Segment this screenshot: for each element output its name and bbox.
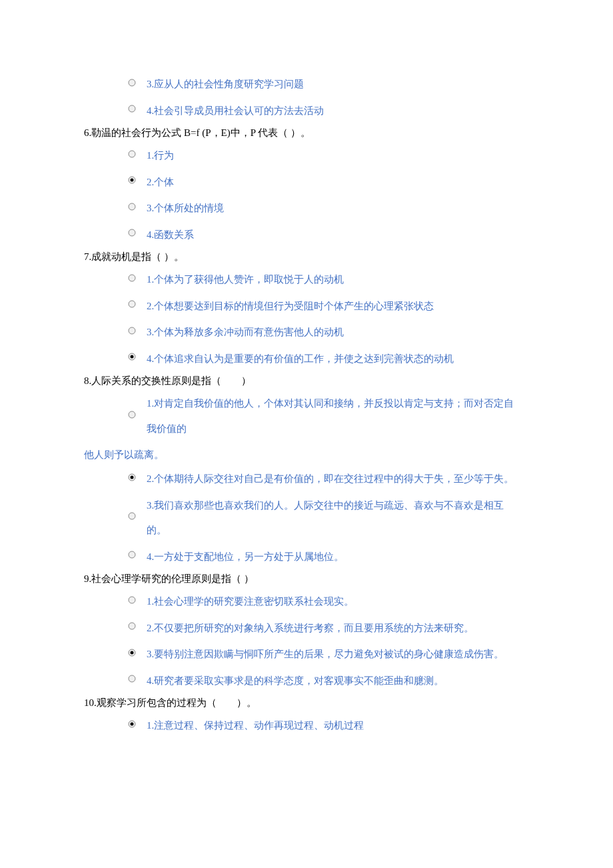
radio-unchecked-icon[interactable] bbox=[128, 300, 136, 308]
svg-point-5 bbox=[129, 203, 135, 210]
option-label: 1.行为 bbox=[147, 143, 174, 169]
radio-checked-icon[interactable] bbox=[128, 473, 136, 481]
svg-point-9 bbox=[129, 327, 135, 334]
option-row[interactable]: 3.我们喜欢那些也喜欢我们的人。人际交往中的接近与疏远、喜欢与不喜欢是相互的。 bbox=[84, 493, 523, 543]
option-label: 2.个体期待人际交往对自己是有价值的，即在交往过程中的得大于失，至少等于失。 bbox=[147, 467, 514, 492]
question-stem: 6.勒温的社会行为公式 B=f (P，E)中，P 代表（ ）。 bbox=[84, 125, 523, 141]
radio-checked-icon[interactable] bbox=[128, 649, 136, 657]
svg-point-12 bbox=[129, 411, 135, 418]
option-label: 3.我们喜欢那些也喜欢我们的人。人际交往中的接近与疏远、喜欢与不喜欢是相互的。 bbox=[147, 493, 523, 543]
option-label: 4.研究者要采取实事求是的科学态度，对客观事实不能歪曲和臆测。 bbox=[147, 669, 444, 694]
svg-point-2 bbox=[129, 151, 135, 157]
option-label: 2.个体 bbox=[147, 170, 174, 195]
option-row[interactable]: 4.个体追求自认为是重要的有价值的工作，并使之达到完善状态的动机 bbox=[84, 347, 523, 372]
option-row[interactable]: 3.个体为释放多余冲动而有意伤害他人的动机 bbox=[84, 320, 523, 345]
option-row[interactable]: 3.要特别注意因欺瞒与恫吓所产生的后果，尽力避免对被试的身心健康造成伤害。 bbox=[84, 642, 523, 667]
option-row[interactable]: 1.对肯定自我价值的他人，个体对其认同和接纳，并反投以肯定与支持；而对否定自我价… bbox=[84, 391, 523, 441]
radio-unchecked-icon[interactable] bbox=[128, 327, 136, 335]
radio-unchecked-icon[interactable] bbox=[128, 596, 136, 604]
radio-checked-icon[interactable] bbox=[128, 176, 136, 184]
radio-checked-icon[interactable] bbox=[128, 720, 136, 728]
radio-unchecked-icon[interactable] bbox=[128, 551, 136, 559]
radio-unchecked-icon[interactable] bbox=[128, 622, 136, 630]
radio-unchecked-icon[interactable] bbox=[128, 79, 136, 87]
svg-point-17 bbox=[129, 597, 135, 603]
option-row[interactable]: 4.研究者要采取实事求是的科学态度，对客观事实不能歪曲和臆测。 bbox=[84, 669, 523, 694]
radio-unchecked-icon[interactable] bbox=[128, 675, 136, 683]
option-label: 1.社会心理学的研究要注意密切联系社会现实。 bbox=[147, 589, 354, 615]
radio-unchecked-icon[interactable] bbox=[128, 105, 136, 113]
radio-unchecked-icon[interactable] bbox=[128, 411, 136, 419]
option-label: 4.一方处于支配地位，另一方处于从属地位。 bbox=[147, 545, 344, 570]
option-row[interactable]: 4.社会引导成员用社会认可的方法去活动 bbox=[84, 99, 523, 124]
svg-point-0 bbox=[129, 79, 135, 86]
svg-point-21 bbox=[129, 675, 135, 682]
svg-point-20 bbox=[131, 651, 134, 654]
option-row[interactable]: 3.应从人的社会性角度研究学习问题 bbox=[84, 72, 523, 97]
option-row[interactable]: 2.个体期待人际交往对自己是有价值的，即在交往过程中的得大于失，至少等于失。 bbox=[84, 467, 523, 492]
radio-unchecked-icon[interactable] bbox=[128, 512, 136, 520]
question-stem: 7.成就动机是指（ ）。 bbox=[84, 249, 523, 265]
option-row[interactable]: 1.注意过程、保持过程、动作再现过程、动机过程 bbox=[84, 713, 523, 739]
svg-point-7 bbox=[129, 275, 135, 281]
option-label-wrap: 他人则予以疏离。 bbox=[84, 443, 523, 467]
svg-point-11 bbox=[131, 355, 134, 359]
svg-point-15 bbox=[129, 513, 135, 519]
svg-point-4 bbox=[131, 179, 134, 182]
quiz-page: 3.应从人的社会性角度研究学习问题 4.社会引导成员用社会认可的方法去活动 6.… bbox=[0, 0, 613, 793]
option-label: 1.对肯定自我价值的他人，个体对其认同和接纳，并反投以肯定与支持；而对否定自我价… bbox=[147, 391, 523, 441]
radio-unchecked-icon[interactable] bbox=[128, 150, 136, 158]
svg-point-23 bbox=[131, 722, 134, 725]
option-row[interactable]: 1.个体为了获得他人赞许，即取悦于人的动机 bbox=[84, 267, 523, 293]
option-row[interactable]: 4.函数关系 bbox=[84, 223, 523, 248]
option-label: 4.社会引导成员用社会认可的方法去活动 bbox=[147, 99, 324, 124]
option-label: 3.个体为释放多余冲动而有意伤害他人的动机 bbox=[147, 320, 344, 345]
option-label: 4.个体追求自认为是重要的有价值的工作，并使之达到完善状态的动机 bbox=[147, 347, 454, 372]
radio-unchecked-icon[interactable] bbox=[128, 229, 136, 237]
svg-point-1 bbox=[129, 105, 135, 112]
option-label: 4.函数关系 bbox=[147, 223, 194, 248]
svg-point-14 bbox=[131, 475, 134, 479]
option-label: 3.个体所处的情境 bbox=[147, 196, 224, 221]
radio-checked-icon[interactable] bbox=[128, 353, 136, 361]
option-label: 2.不仅要把所研究的对象纳入系统进行考察，而且要用系统的方法来研究。 bbox=[147, 616, 474, 641]
option-label: 1.个体为了获得他人赞许，即取悦于人的动机 bbox=[147, 267, 344, 293]
option-label: 1.注意过程、保持过程、动作再现过程、动机过程 bbox=[147, 713, 364, 739]
option-row[interactable]: 2.个体想要达到目标的情境但行为受阻时个体产生的心理紧张状态 bbox=[84, 294, 523, 319]
question-stem: 10.观察学习所包含的过程为（ ）。 bbox=[84, 695, 523, 711]
option-row[interactable]: 2.个体 bbox=[84, 170, 523, 195]
option-label: 2.个体想要达到目标的情境但行为受阻时个体产生的心理紧张状态 bbox=[147, 294, 434, 319]
option-row[interactable]: 1.社会心理学的研究要注意密切联系社会现实。 bbox=[84, 589, 523, 615]
svg-point-6 bbox=[129, 229, 135, 236]
option-row[interactable]: 3.个体所处的情境 bbox=[84, 196, 523, 221]
svg-point-16 bbox=[129, 551, 135, 558]
option-row[interactable]: 1.行为 bbox=[84, 143, 523, 169]
option-label: 3.应从人的社会性角度研究学习问题 bbox=[147, 72, 304, 97]
svg-point-18 bbox=[129, 623, 135, 629]
radio-unchecked-icon[interactable] bbox=[128, 274, 136, 282]
option-row[interactable]: 2.不仅要把所研究的对象纳入系统进行考察，而且要用系统的方法来研究。 bbox=[84, 616, 523, 641]
svg-point-8 bbox=[129, 301, 135, 307]
question-stem: 8.人际关系的交换性原则是指（ ） bbox=[84, 373, 523, 389]
radio-unchecked-icon[interactable] bbox=[128, 203, 136, 211]
option-row[interactable]: 4.一方处于支配地位，另一方处于从属地位。 bbox=[84, 545, 523, 570]
option-label: 3.要特别注意因欺瞒与恫吓所产生的后果，尽力避免对被试的身心健康造成伤害。 bbox=[147, 642, 504, 667]
question-stem: 9.社会心理学研究的伦理原则是指（ ） bbox=[84, 571, 523, 587]
